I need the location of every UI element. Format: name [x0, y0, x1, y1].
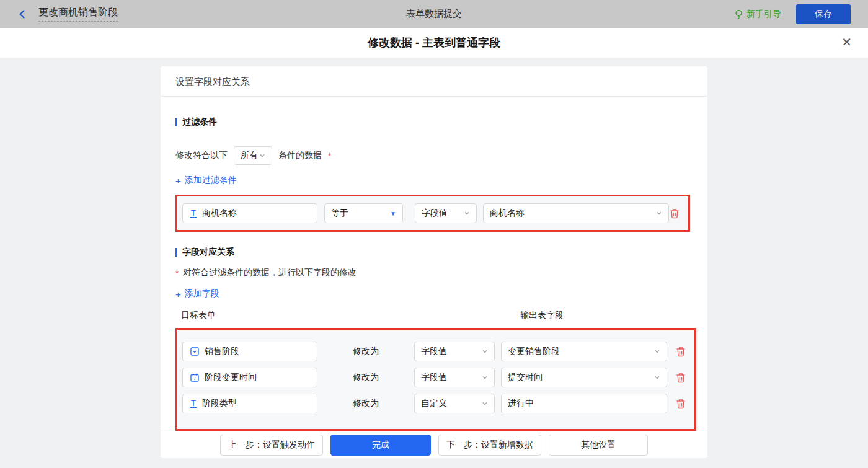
lightbulb-icon	[734, 9, 743, 19]
target-field-input[interactable]: T 阶段类型	[182, 394, 317, 413]
value-type-select[interactable]: 字段值	[414, 368, 495, 387]
date-field-icon: 7	[190, 373, 199, 382]
delete-row-button[interactable]	[676, 347, 686, 357]
chevron-down-icon	[656, 210, 662, 216]
add-filter-condition-link[interactable]: + 添加过滤条件	[175, 175, 237, 186]
modal-content: 设置字段对应关系 过滤条件 修改符合以下 所有 条件的数据 * + 添加过滤条件	[0, 58, 868, 468]
beginner-guide-link[interactable]: 新手引导	[734, 9, 781, 20]
modify-to-label: 修改为	[317, 372, 414, 383]
modify-to-label: 修改为	[317, 398, 414, 409]
required-asterisk: *	[328, 151, 331, 161]
required-asterisk: *	[175, 268, 179, 278]
text-field-icon: T	[190, 210, 197, 218]
card-header: 设置字段对应关系	[161, 66, 707, 97]
output-field-select[interactable]: 提交时间	[501, 368, 667, 387]
condition-value-select[interactable]: 商机名称	[483, 203, 669, 223]
match-suffix: 条件的数据	[278, 150, 322, 161]
mapping-row: 7 阶段变更时间 修改为 字段值 提交时间	[182, 368, 689, 387]
condition-field-input[interactable]: T 商机名称	[182, 203, 317, 223]
wizard-footer: 上一步：设置触发动作 完成 下一步：设置新增数据 其他设置	[161, 431, 707, 458]
modal-title: 修改数据 - 主表到普通字段	[368, 35, 500, 50]
mapping-section-title: 字段对应关系	[175, 247, 693, 258]
delete-row-button[interactable]	[676, 373, 686, 383]
value-type-select[interactable]: 字段值	[414, 342, 495, 361]
flow-title[interactable]: 更改商机销售阶段	[38, 6, 118, 22]
save-button[interactable]: 保存	[796, 4, 851, 24]
svg-text:7: 7	[193, 376, 196, 381]
delete-condition-button[interactable]	[670, 208, 680, 219]
match-condition-row: 修改符合以下 所有 条件的数据 *	[175, 146, 693, 165]
done-button[interactable]: 完成	[330, 435, 431, 456]
mapping-description: * 对符合过滤条件的数据，进行以下字段的修改	[175, 267, 693, 278]
filter-condition-row: T 商机名称 等于 ▼ 字段值 商机名称	[182, 203, 683, 223]
section-marker	[175, 118, 177, 126]
target-field-input[interactable]: 销售阶段	[182, 342, 317, 361]
plus-icon: +	[175, 175, 181, 186]
beginner-guide-label: 新手引导	[746, 9, 781, 20]
condition-value-type-select[interactable]: 字段值	[415, 203, 477, 223]
chevron-down-icon	[482, 348, 488, 355]
prev-step-button[interactable]: 上一步：设置触发动作	[220, 435, 323, 456]
other-settings-button[interactable]: 其他设置	[549, 435, 648, 456]
back-icon[interactable]	[17, 9, 29, 20]
close-icon[interactable]: ✕	[841, 36, 852, 48]
chevron-down-icon	[654, 374, 660, 381]
filter-condition-highlight-box: T 商机名称 等于 ▼ 字段值 商机名称	[175, 195, 690, 232]
section-marker	[175, 248, 177, 257]
output-field-select[interactable]: 变更销售阶段	[501, 342, 667, 361]
chevron-down-icon	[654, 348, 660, 355]
filter-section-title: 过滤条件	[175, 117, 693, 128]
condition-operator-select[interactable]: 等于 ▼	[324, 203, 403, 223]
trash-icon	[676, 373, 686, 383]
next-step-button[interactable]: 下一步：设置新增数据	[438, 435, 541, 456]
chevron-down-icon	[464, 210, 470, 216]
target-field-input[interactable]: 7 阶段变更时间	[182, 368, 317, 387]
mapping-row: T 阶段类型 修改为 自定义	[182, 394, 689, 413]
chevron-down-icon	[259, 152, 265, 159]
value-type-select[interactable]: 自定义	[414, 394, 495, 413]
plus-icon: +	[175, 289, 181, 299]
trash-icon	[676, 347, 686, 357]
topbar: 表单数据提交 更改商机销售阶段 新手引导 保存	[0, 0, 868, 28]
custom-value-input[interactable]	[501, 394, 667, 413]
delete-row-button[interactable]	[676, 399, 686, 409]
trash-icon	[676, 399, 686, 409]
column-header-target-form: 目标表单	[181, 310, 216, 321]
match-prefix: 修改符合以下	[175, 150, 228, 161]
text-field-icon: T	[190, 400, 197, 408]
modal-header: 修改数据 - 主表到普通字段 ✕	[0, 28, 868, 58]
chevron-down-icon	[482, 374, 488, 381]
field-mapping-highlight-box: 销售阶段 修改为 字段值 变更销售阶段	[175, 328, 696, 431]
add-field-link[interactable]: + 添加字段	[175, 288, 219, 299]
select-field-icon	[190, 347, 199, 356]
settings-card: 设置字段对应关系 过滤条件 修改符合以下 所有 条件的数据 * + 添加过滤条件	[161, 66, 707, 458]
chevron-down-icon	[482, 400, 488, 407]
column-header-output-fields: 输出表字段	[520, 310, 564, 321]
match-mode-select[interactable]: 所有	[234, 146, 272, 165]
mapping-column-headers: 目标表单 输出表字段	[175, 310, 693, 319]
mapping-row: 销售阶段 修改为 字段值 变更销售阶段	[182, 342, 689, 361]
caret-down-icon: ▼	[390, 210, 396, 217]
modify-to-label: 修改为	[317, 346, 414, 357]
trash-icon	[670, 208, 680, 219]
